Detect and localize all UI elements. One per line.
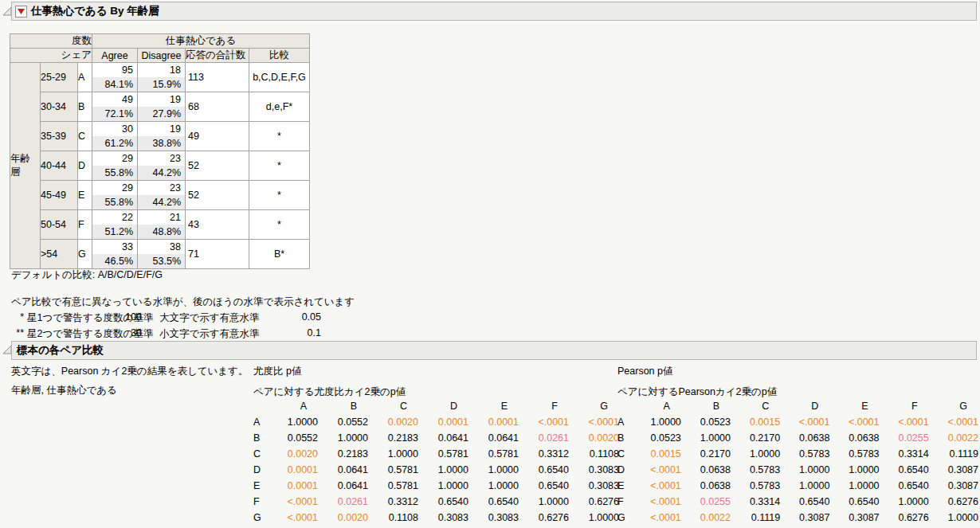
- agree-count: 30: [92, 122, 137, 136]
- table-row: 年齢層25-29A9584.1%1815.9%113b,C,D,E,F,G: [10, 63, 310, 92]
- compare-cell: d,e,F*: [249, 92, 310, 122]
- disagree-count: 19: [138, 122, 185, 136]
- lr-pvalue-cell: 0.5781: [370, 462, 420, 478]
- disagree-count: 21: [138, 210, 185, 225]
- pearson-pvalue-cell: 0.0523: [633, 430, 683, 446]
- lr-pvalue-label: 尤度比 p値: [253, 365, 301, 378]
- pearson-pvalue-cell: 0.5783: [732, 462, 782, 478]
- lr-pvalue-cell: 0.5781: [370, 478, 420, 494]
- pearson-pvalue-cell: <.0001: [633, 510, 683, 526]
- total-cell: 68: [186, 92, 249, 122]
- pearson-pvalue-cell: 0.1119: [732, 510, 782, 526]
- red-triangle-menu-button[interactable]: [15, 6, 27, 18]
- lr-pvalue-cell: 0.6540: [470, 494, 520, 510]
- lr-pvalue-cell: 0.0641: [319, 478, 370, 494]
- col-header-disagree: Disagree: [138, 49, 186, 63]
- agree-count: 33: [92, 240, 137, 254]
- pearson-pvalue-cell: <.0001: [881, 414, 931, 430]
- lr-pvalue-cell: 0.1108: [370, 510, 420, 526]
- pearson-pvalue-cell: 1.0000: [831, 462, 880, 478]
- lr-pvalue-cell: 0.0641: [420, 430, 470, 446]
- red-triangle-icon: [18, 9, 25, 14]
- alpha-label: 大文字で示す有意水準: [159, 311, 260, 325]
- lr-pvalue-cell: 0.6540: [420, 494, 470, 510]
- pearson-row-label: E: [613, 478, 633, 494]
- disagree-cell: 1927.9%: [138, 92, 186, 122]
- lr-pvalue-cell: 0.0261: [520, 430, 570, 446]
- pearson-pvalue-cell: 1.0000: [931, 510, 980, 526]
- agree-percent: 51.2%: [92, 225, 137, 239]
- agree-percent: 55.8%: [92, 166, 137, 180]
- lr-col-header: C: [370, 398, 420, 414]
- lr-pvalue-cell: 0.0020: [319, 510, 370, 526]
- lr-pvalue-matrix: ABCDEFGA1.00000.05520.00200.00010.0001<.…: [249, 398, 621, 526]
- lr-pvalue-cell: 0.2183: [319, 446, 370, 462]
- agree-count: 29: [92, 151, 137, 166]
- pearson-pvalue-cell: <.0001: [782, 414, 831, 430]
- disagree-percent: 48.8%: [138, 225, 185, 239]
- table-row: 45-49E2955.8%2344.2%52*: [10, 181, 310, 210]
- lr-pvalue-cell: 0.3083: [470, 510, 520, 526]
- total-count: 52: [186, 188, 249, 202]
- lr-pvalue-cell: 0.5781: [420, 446, 470, 462]
- lr-row-label: D: [249, 462, 269, 478]
- lr-row: C0.00200.21831.00000.57810.57810.33120.1…: [249, 446, 621, 462]
- pearson-row: B0.05231.00000.21700.06380.06380.02550.0…: [613, 430, 980, 446]
- lr-pvalue-cell: 0.0641: [470, 430, 520, 446]
- lr-pvalue-cell: 0.0001: [420, 414, 470, 430]
- pearson-pvalue-cell: <.0001: [633, 494, 683, 510]
- total-cell: 71: [186, 240, 249, 269]
- total-count: 68: [186, 100, 249, 114]
- outline-header-main: 仕事熱心である By 年齢層: [11, 2, 977, 21]
- pearson-corner: [613, 398, 633, 414]
- lr-col-header: E: [470, 398, 520, 414]
- lr-col-header: D: [420, 398, 470, 414]
- pearson-pvalue-cell: 0.0255: [881, 430, 931, 446]
- default-comparison-text: デフォルトの比較: A/B/C/D/E/F/G: [11, 268, 163, 282]
- pearson-row-label: C: [613, 446, 633, 462]
- disagree-cell: 2148.8%: [138, 210, 186, 240]
- lr-pvalue-cell: <.0001: [269, 494, 319, 510]
- lr-pvalue-cell: 1.0000: [319, 430, 370, 446]
- table-row: 40-44D2955.8%2344.2%52*: [10, 151, 310, 181]
- lr-row: E0.00010.06410.57811.00001.00000.65400.3…: [249, 478, 621, 494]
- agree-cell: 4972.1%: [92, 92, 138, 122]
- agree-percent: 46.5%: [92, 254, 137, 268]
- level-letter-cell: B: [78, 92, 92, 122]
- lr-row-label: G: [249, 510, 269, 526]
- pearson-col-header: G: [931, 398, 980, 414]
- compare-cell: b,C,D,E,F,G: [249, 63, 310, 92]
- lr-pvalue-cell: 0.6540: [520, 462, 570, 478]
- pearson-pvalue-cell: 0.3314: [881, 446, 931, 462]
- lr-pvalue-cell: 0.6276: [520, 510, 570, 526]
- pearson-pvalue-cell: 0.0638: [683, 478, 732, 494]
- lr-pvalue-cell: 0.0001: [269, 478, 319, 494]
- star-marker: *: [10, 311, 24, 323]
- pearson-col-header: D: [782, 398, 831, 414]
- lr-pvalue-cell: 0.0552: [269, 430, 319, 446]
- pearson-row: G<.00010.00220.11190.30870.30870.62761.0…: [613, 510, 980, 526]
- lr-row-label: B: [249, 430, 269, 446]
- lr-pvalue-cell: 0.0001: [269, 462, 319, 478]
- lr-pvalue-cell: 0.0641: [319, 462, 370, 478]
- compare-cell: *: [249, 181, 310, 210]
- pearson-pvalue-cell: 0.5783: [732, 478, 782, 494]
- pearson-col-header: E: [831, 398, 880, 414]
- disagree-count: 19: [138, 92, 185, 107]
- lr-col-header: A: [269, 398, 319, 414]
- pearson-row: D<.00010.06380.57831.00001.00000.65400.3…: [613, 462, 980, 478]
- pearson-row: E<.00010.06380.57831.00001.00000.65400.3…: [613, 478, 980, 494]
- pearson-row-label: F: [613, 494, 633, 510]
- lr-pvalue-cell: 1.0000: [470, 462, 520, 478]
- total-count: 43: [186, 217, 249, 232]
- age-range-cell: 30-34: [41, 92, 78, 122]
- pearson-pvalue-cell: 0.3087: [931, 478, 980, 494]
- lr-row-label: C: [249, 446, 269, 462]
- lr-pvalue-cell: 0.3083: [420, 510, 470, 526]
- age-range-cell: 50-54: [41, 210, 78, 240]
- pearson-pvalue-cell: 0.0638: [782, 430, 831, 446]
- total-count: 71: [186, 247, 249, 261]
- star-rule-value: 30: [108, 327, 142, 338]
- star-rule-line-2: ** 星2つで警告する度数の基準 30 小文字で示す有意水準 0.1: [0, 327, 478, 340]
- compare-cell: B*: [249, 240, 310, 269]
